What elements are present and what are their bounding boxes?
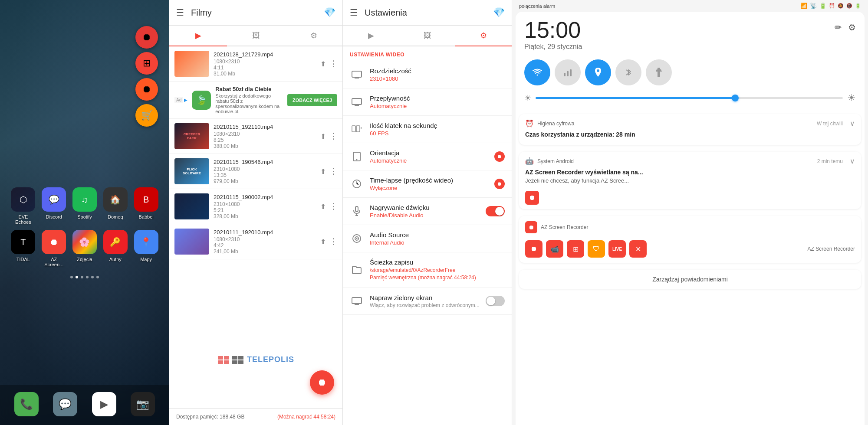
share-icon-4[interactable]: ⬆ xyxy=(320,203,326,211)
notif-clock: 15:00 xyxy=(524,19,582,41)
settings-item-bitrate[interactable]: Przepływność Automatycznie xyxy=(343,88,512,116)
settings-panel: ☰ Ustawienia 💎 ▶ 🖼 ⚙ USTAWIENIA WIDEO Ro… xyxy=(343,0,512,425)
tile-location[interactable] xyxy=(585,59,611,85)
app-item-domeq[interactable]: 🏠 Domeq xyxy=(102,187,128,225)
tile-flashlight[interactable] xyxy=(646,59,672,85)
app-icon-zdjecia: 🌸 xyxy=(72,230,97,254)
edit-icon[interactable]: ✏ xyxy=(835,22,842,33)
app-icon-domeq: 🏠 xyxy=(103,187,128,212)
dot-3 xyxy=(81,276,83,278)
status-battery-icon: 🔋 xyxy=(819,3,826,9)
audio-label: Nagrywanie dźwięku xyxy=(370,204,480,211)
audio-right xyxy=(486,206,505,216)
video-name-2: 20210115_192110.mp4 xyxy=(214,124,316,130)
orientation-badge[interactable]: ⏺ xyxy=(494,151,505,162)
more-icon-3[interactable]: ⋮ xyxy=(329,167,337,176)
tab-video[interactable]: ▶ xyxy=(169,26,227,46)
video-item-5[interactable]: 20210111_192010.mp4 1080×2310 4:42 241,0… xyxy=(169,224,342,259)
app-item-babbel[interactable]: B Babbel xyxy=(133,187,159,225)
tab-s-image[interactable]: 🖼 xyxy=(399,26,456,46)
svg-rect-3 xyxy=(356,126,360,132)
app-item-tidal[interactable]: T TIDAL xyxy=(10,230,36,267)
share-icon-5[interactable]: ⬆ xyxy=(320,238,326,246)
more-icon-5[interactable]: ⋮ xyxy=(329,237,337,246)
video-actions-5: ⬆ ⋮ xyxy=(320,237,337,246)
tele-block-6 xyxy=(238,356,243,360)
video-actions-4: ⬆ ⋮ xyxy=(320,202,337,211)
manage-notifications-button[interactable]: Zarządzaj powiadomieniami xyxy=(519,270,861,289)
video-meta-2: 1080×2310 8:25 388,00 Mb xyxy=(214,131,316,149)
video-meta-5: 1080×2310 4:42 241,00 Mb xyxy=(214,236,316,255)
video-item-3[interactable]: FLICKSOLITAIRE 20210115_190546.mp4 2310×… xyxy=(169,154,342,189)
az-ctrl-live[interactable]: LIVE xyxy=(608,240,626,258)
floating-record-icon[interactable]: ⏺ xyxy=(135,26,158,49)
app-item-mapy[interactable]: 📍 Mapy xyxy=(133,230,159,267)
dot-5 xyxy=(91,276,94,278)
brightness-slider[interactable] xyxy=(536,97,843,99)
tab-s-settings[interactable]: ⚙ xyxy=(455,26,512,46)
tab-settings[interactable]: ⚙ xyxy=(285,26,342,46)
az-controls: ⏺ 📹 ⊞ 🛡 LIVE ✕ AZ Screen Recorder xyxy=(519,237,861,263)
video-item-4[interactable]: 20210115_190002.mp4 2310×1080 5:21 328,0… xyxy=(169,189,342,224)
settings-item-greenscreen[interactable]: Napraw zielony ekran Włącz, aby rozwiąza… xyxy=(343,288,512,315)
app-item-zdjecia[interactable]: 🌸 Zdjęcia xyxy=(72,230,98,267)
tele-block-1 xyxy=(218,356,223,360)
filmy-diamond-icon[interactable]: 💎 xyxy=(324,7,335,18)
settings-item-resolution[interactable]: Rozdzielczość 2310×1080 xyxy=(343,61,512,88)
az-ctrl-grid[interactable]: ⊞ xyxy=(567,240,584,258)
wellbeing-expand-btn[interactable]: ∨ xyxy=(850,119,855,128)
telepolis-logo-blocks xyxy=(218,356,243,364)
more-icon-4[interactable]: ⋮ xyxy=(329,202,337,211)
settings-item-savepath[interactable]: Ścieżka zapisu /storage/emulated/0/AzRec… xyxy=(343,252,512,288)
az-brand-name: AZ Screen Recorder xyxy=(808,246,855,252)
az-card-header: ⏺ AZ Screen Recorder xyxy=(519,216,861,237)
app-item-discord[interactable]: 💬 Discord xyxy=(41,187,67,225)
app-item-authy[interactable]: 🔑 Authy xyxy=(102,230,128,267)
az-ctrl-video[interactable]: 📹 xyxy=(546,240,563,258)
tile-bluetooth[interactable] xyxy=(615,59,641,85)
android-expand-btn[interactable]: ∨ xyxy=(850,157,855,165)
android-title: AZ Screen Recorder wyświetlane są na... xyxy=(525,169,855,176)
az-ctrl-shield[interactable]: 🛡 xyxy=(588,240,605,258)
tile-wifi[interactable] xyxy=(524,59,550,85)
tab-s-video[interactable]: ▶ xyxy=(343,26,399,46)
timelapse-badge[interactable]: ⏺ xyxy=(494,179,505,189)
settings-diamond-icon[interactable]: 💎 xyxy=(493,7,505,18)
settings-item-timelapse[interactable]: Time-lapse (prędkość wideo) Wyłączone ⏺ xyxy=(343,170,512,198)
floating-grid-icon[interactable]: ⊞ xyxy=(135,52,158,75)
share-icon-3[interactable]: ⬆ xyxy=(320,167,326,176)
record-fab[interactable]: ⏺ xyxy=(310,370,334,395)
app-item-azscreen[interactable]: ⏺ AZ Screen... xyxy=(41,230,67,267)
wellbeing-title: Czas korzystania z urządzenia: 28 min xyxy=(525,131,855,138)
tile-mobile-data[interactable] xyxy=(555,59,581,85)
notif-card-wellbeing-header: ⏰ Higiena cyfrowa W tej chwili ∨ xyxy=(519,114,861,131)
az-ctrl-close[interactable]: ✕ xyxy=(629,240,647,258)
share-icon-2[interactable]: ⬆ xyxy=(320,132,326,141)
video-item-2[interactable]: CREEPERPACK 20210115_192110.mp4 1080×231… xyxy=(169,119,342,154)
video-thumb-2: CREEPERPACK xyxy=(174,123,209,149)
more-icon-2[interactable]: ⋮ xyxy=(329,131,337,141)
floating-az-icon[interactable]: ⏺ xyxy=(135,78,158,101)
greenscreen-toggle[interactable] xyxy=(486,296,505,306)
app-item-eve-echoes[interactable]: ⬡ EVE Echoes xyxy=(10,187,36,225)
settings-item-orientation[interactable]: Orientacja Automatycznie ⏺ xyxy=(343,143,512,170)
gear-icon[interactable]: ⚙ xyxy=(848,22,856,33)
more-icon-1[interactable]: ⋮ xyxy=(329,59,337,69)
az-ctrl-record[interactable]: ⏺ xyxy=(525,240,542,258)
tab-image[interactable]: 🖼 xyxy=(227,26,285,46)
settings-menu-icon[interactable]: ☰ xyxy=(350,7,358,18)
settings-item-fps[interactable]: Ilość klatek na sekundę 60 FPS xyxy=(343,116,512,143)
settings-item-audio[interactable]: Nagrywanie dźwięku Enable/Disable Audio xyxy=(343,198,512,225)
settings-item-audio-source[interactable]: Audio Source Internal Audio xyxy=(343,225,512,252)
audio-source-label: Audio Source xyxy=(370,231,505,239)
greenscreen-content: Napraw zielony ekran Włącz, aby rozwiąza… xyxy=(370,294,480,308)
available-storage: Dostępna pamięć: 188,48 GB xyxy=(176,414,244,420)
floating-shop-icon[interactable]: 🛒 xyxy=(135,104,158,127)
app-item-spotify[interactable]: ♫ Spotify xyxy=(72,187,98,225)
ad-button[interactable]: ZOBACZ WIĘCEJ xyxy=(287,94,337,106)
share-icon-1[interactable]: ⬆ xyxy=(320,60,326,68)
video-item-1[interactable]: 20210128_121729.mp4 1080×2310 4:11 31,00… xyxy=(169,46,342,82)
audio-toggle[interactable] xyxy=(486,206,505,216)
filmy-menu-icon[interactable]: ☰ xyxy=(176,7,184,18)
fps-content: Ilość klatek na sekundę 60 FPS xyxy=(370,122,505,137)
